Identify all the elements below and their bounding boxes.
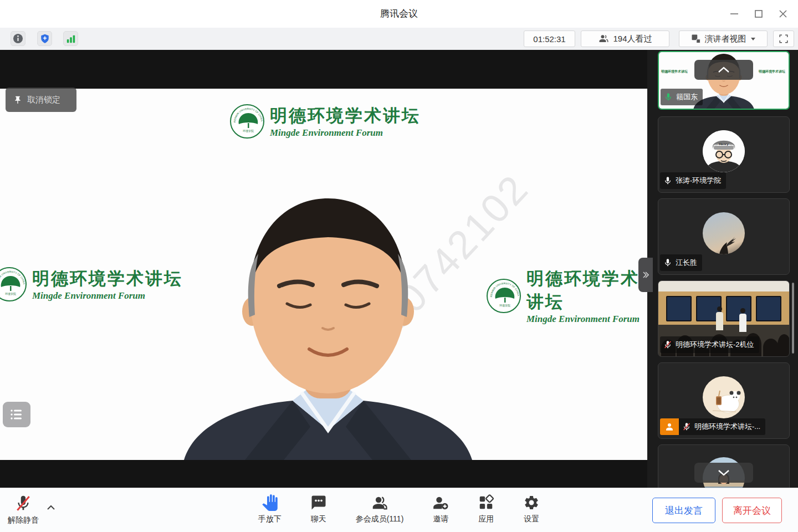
unpin-button[interactable]: 取消锁定	[6, 88, 76, 112]
meeting-timer: 01:52:31	[524, 30, 575, 47]
chevrons-right-icon	[642, 272, 649, 278]
participant-tile[interactable]: Henry 张涛-环境学院	[658, 116, 790, 193]
collapse-video-list-button[interactable]	[694, 60, 753, 80]
leave-meeting-button[interactable]: 离开会议	[722, 498, 782, 523]
mingde-forum-logo: 明德环境学术讲坛Mingde Environment Forum	[230, 104, 421, 139]
svg-text:Henry: Henry	[719, 142, 729, 146]
mic-muted-icon	[663, 340, 672, 349]
maximize-button[interactable]	[748, 4, 769, 24]
apps-button[interactable]: 应用	[478, 494, 494, 524]
participant-tile[interactable]: 明德环境学术讲坛-2机位	[658, 280, 790, 357]
invite-button[interactable]: 邀请	[432, 494, 449, 524]
meeting-info-icon[interactable]	[11, 31, 25, 46]
mingde-forum-logo: 明德环境学术讲坛Mingde Environment Forum	[0, 267, 183, 301]
top-toolbar: 01:52:31 194人看过 演讲者视图	[0, 28, 798, 50]
security-shield-icon[interactable]	[37, 31, 52, 46]
raised-hand-icon	[262, 494, 278, 511]
speaker-video-feed: 明德环境学术讲坛Mingde Environment Forum 明德环境学术讲…	[0, 89, 647, 460]
participant-tile[interactable]: 明德环境学术讲坛 明德环境学术讲坛 籍国东	[658, 51, 790, 110]
avatar: Henry	[703, 130, 745, 172]
host-badge	[660, 418, 679, 435]
invite-icon	[432, 494, 449, 511]
list-icon	[10, 408, 23, 421]
mingde-forum-logo: 明德环境学术讲坛Mingde Environment Forum	[487, 267, 647, 325]
mic-on-icon	[663, 258, 672, 267]
bottom-control-bar: 解除静音 手放下 聊天 参会成员(111) 邀请 应用 设置	[0, 488, 798, 532]
window-title: 腾讯会议	[0, 0, 798, 28]
viewers-count[interactable]: 194人看过	[581, 30, 669, 47]
fullscreen-button[interactable]	[773, 30, 794, 47]
settings-button[interactable]: 设置	[523, 494, 540, 524]
gear-icon	[523, 494, 540, 511]
lower-hand-button[interactable]: 手放下	[258, 494, 282, 524]
chat-button[interactable]: 聊天	[310, 494, 327, 524]
member-icon	[664, 422, 674, 432]
speaker-view-icon	[691, 34, 701, 44]
title-bar: 腾讯会议	[0, 0, 798, 28]
chevron-down-icon	[718, 469, 730, 476]
sidebar-collapse-handle[interactable]	[638, 258, 653, 292]
pin-icon	[13, 95, 22, 105]
participant-tile[interactable]: 明德环境学术讲坛-...	[658, 362, 790, 439]
exit-speaking-button[interactable]: 退出发言	[652, 498, 715, 523]
mic-on-icon	[664, 93, 673, 101]
expand-video-list-button[interactable]	[694, 463, 753, 483]
sidebar-scrollbar[interactable]	[792, 283, 794, 354]
mic-muted-icon	[682, 422, 691, 431]
avatar	[703, 212, 745, 254]
members-icon	[371, 494, 388, 511]
speaker-portrait	[162, 183, 494, 460]
chevron-down-icon	[750, 37, 756, 41]
network-signal-icon[interactable]	[63, 31, 78, 46]
chat-icon	[310, 494, 327, 511]
participants-sidebar: 明德环境学术讲坛 明德环境学术讲坛 籍国东 Henry	[647, 50, 798, 488]
members-button[interactable]: 参会成员(111)	[356, 494, 404, 524]
mic-on-icon	[663, 176, 672, 185]
minimize-button[interactable]	[724, 4, 745, 24]
close-button[interactable]	[773, 4, 794, 24]
main-video-stage: 明德环境学术讲坛Mingde Environment Forum 明德环境学术讲…	[0, 50, 647, 488]
participant-tile[interactable]: 江长胜	[658, 198, 790, 275]
view-mode-dropdown[interactable]: 演讲者视图	[679, 30, 768, 47]
apps-icon	[478, 494, 494, 511]
avatar	[703, 376, 745, 418]
agenda-list-button[interactable]	[3, 402, 30, 427]
chevron-up-icon	[718, 66, 730, 73]
